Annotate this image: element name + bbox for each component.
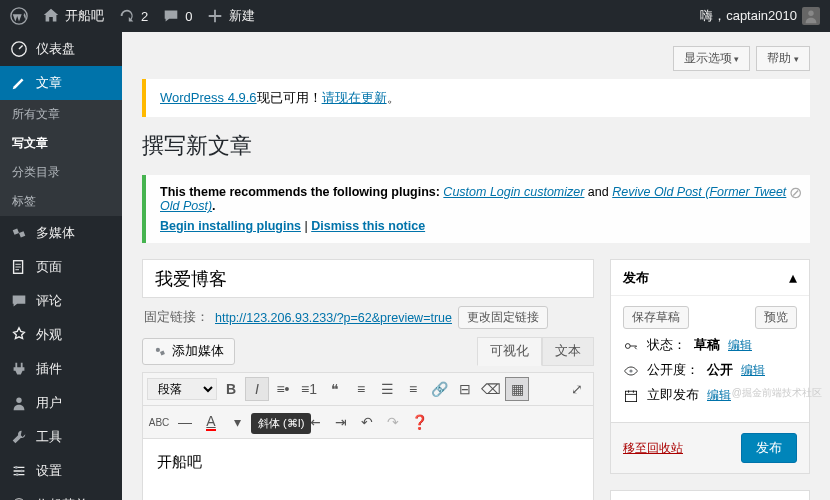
- bullet-list-icon[interactable]: ≡•: [271, 377, 295, 401]
- align-center-icon[interactable]: ☰: [375, 377, 399, 401]
- menu-collapse[interactable]: 收起菜单: [0, 488, 122, 500]
- preview-btn[interactable]: 预览: [755, 306, 797, 329]
- screen-options-btn[interactable]: 显示选项: [673, 46, 751, 71]
- align-left-icon[interactable]: ≡: [349, 377, 373, 401]
- post-title-input[interactable]: [142, 259, 594, 298]
- indent-icon[interactable]: ⇥: [329, 410, 353, 434]
- edit-schedule-link[interactable]: 编辑: [707, 387, 731, 404]
- italic-icon[interactable]: I: [245, 377, 269, 401]
- new-label: 新建: [229, 7, 255, 25]
- submenu-categories[interactable]: 分类目录: [0, 158, 122, 187]
- chevron-up-icon: ▴: [789, 268, 797, 287]
- svg-point-1: [808, 11, 813, 16]
- format-box: 形式▴ 标准 日志 相册 链接: [610, 490, 810, 500]
- more-icon[interactable]: ⊟: [453, 377, 477, 401]
- format-select[interactable]: 段落: [147, 378, 217, 400]
- permalink-label: 固定链接：: [144, 309, 209, 326]
- editor-toolbar: 段落 B I ≡• ≡1 ❝ ≡ ☰ ≡ 🔗 ⊟ ⌫ ▦ ⤢: [142, 372, 594, 406]
- save-draft-btn[interactable]: 保存草稿: [623, 306, 689, 329]
- user-greeting[interactable]: 嗨，captain2010: [700, 7, 820, 25]
- strike-icon[interactable]: ABC: [147, 410, 171, 434]
- link-icon[interactable]: 🔗: [427, 377, 451, 401]
- undo-icon[interactable]: ↶: [355, 410, 379, 434]
- menu-dashboard[interactable]: 仪表盘: [0, 32, 122, 66]
- menu-media[interactable]: 多媒体: [0, 216, 122, 250]
- new-content[interactable]: 新建: [206, 7, 255, 25]
- format-box-toggle[interactable]: 形式▴: [611, 491, 809, 500]
- menu-settings[interactable]: 设置: [0, 454, 122, 488]
- page-title: 撰写新文章: [142, 131, 810, 161]
- dismiss-icon[interactable]: ⊘: [789, 183, 802, 202]
- update-notice: WordPress 4.9.6现已可用！请现在更新。: [142, 79, 810, 117]
- updates-count: 2: [141, 9, 148, 24]
- eye-icon: [623, 363, 639, 379]
- wordpress-logo[interactable]: [10, 7, 28, 25]
- menu-comments[interactable]: 评论: [0, 284, 122, 318]
- menu-plugins[interactable]: 插件: [0, 352, 122, 386]
- clear-format-icon[interactable]: ⌫: [479, 377, 503, 401]
- bold-icon[interactable]: B: [219, 377, 243, 401]
- textcolor-picker-icon[interactable]: ▾: [225, 410, 249, 434]
- italic-tooltip: 斜体 (⌘I): [251, 413, 311, 434]
- help-icon[interactable]: ❓: [407, 410, 431, 434]
- toggle-toolbar-icon[interactable]: ▦: [505, 377, 529, 401]
- svg-point-4: [16, 398, 21, 403]
- edit-visibility-link[interactable]: 编辑: [741, 362, 765, 379]
- publish-box-toggle[interactable]: 发布▴: [611, 260, 809, 296]
- svg-point-5: [15, 466, 18, 469]
- menu-tools[interactable]: 工具: [0, 420, 122, 454]
- plugin-link-1[interactable]: Custom Login customizer: [443, 185, 584, 199]
- svg-point-10: [625, 343, 630, 348]
- help-btn[interactable]: 帮助: [756, 46, 810, 71]
- menu-appearance[interactable]: 外观: [0, 318, 122, 352]
- comments-link[interactable]: 0: [162, 7, 192, 25]
- redo-icon[interactable]: ↷: [381, 410, 405, 434]
- edit-status-link[interactable]: 编辑: [728, 337, 752, 354]
- dismiss-notice-link[interactable]: Dismiss this notice: [311, 219, 425, 233]
- home-link[interactable]: 开船吧: [42, 7, 104, 25]
- update-now-link[interactable]: 请现在更新: [322, 90, 387, 105]
- watermark: @掘金前端技术社区: [732, 386, 822, 400]
- edit-permalink-btn[interactable]: 更改固定链接: [458, 306, 548, 329]
- menu-users[interactable]: 用户: [0, 386, 122, 420]
- trash-link[interactable]: 移至回收站: [623, 440, 683, 457]
- quote-icon[interactable]: ❝: [323, 377, 347, 401]
- comments-count: 0: [185, 9, 192, 24]
- submenu-all-posts[interactable]: 所有文章: [0, 100, 122, 129]
- key-icon: [623, 338, 639, 354]
- calendar-icon: [623, 388, 639, 404]
- svg-point-11: [629, 369, 632, 372]
- submenu-new-post[interactable]: 写文章: [0, 129, 122, 158]
- posts-submenu: 所有文章 写文章 分类目录 标签: [0, 100, 122, 216]
- wp-version-link[interactable]: WordPress 4.9.6: [160, 90, 257, 105]
- hr-icon[interactable]: —: [173, 410, 197, 434]
- svg-point-7: [16, 473, 19, 476]
- begin-install-link[interactable]: Begin installing plugins: [160, 219, 301, 233]
- site-name: 开船吧: [65, 7, 104, 25]
- updates-link[interactable]: 2: [118, 7, 148, 25]
- plugin-notice: ⊘ This theme recommends the following pl…: [142, 175, 810, 243]
- menu-pages[interactable]: 页面: [0, 250, 122, 284]
- svg-rect-12: [625, 391, 636, 401]
- permalink-url[interactable]: http://123.206.93.233/?p=62&preview=true: [215, 311, 452, 325]
- editor-toolbar-2: ABC — A ▾ 📋 Ω ⇤ ⇥ ↶ ↷ ❓: [142, 406, 594, 439]
- tab-visual[interactable]: 可视化: [477, 337, 542, 366]
- editor-content[interactable]: 斜体 (⌘I) 开船吧: [142, 439, 594, 500]
- svg-point-6: [20, 470, 23, 473]
- fullscreen-icon[interactable]: ⤢: [565, 377, 589, 401]
- admin-sidebar: 仪表盘 文章 所有文章 写文章 分类目录 标签 多媒体 页面 评论 外观 插件 …: [0, 32, 122, 500]
- add-media-btn[interactable]: 添加媒体: [142, 338, 235, 365]
- align-right-icon[interactable]: ≡: [401, 377, 425, 401]
- tab-text[interactable]: 文本: [542, 337, 594, 366]
- submenu-tags[interactable]: 标签: [0, 187, 122, 216]
- publish-btn[interactable]: 发布: [741, 433, 797, 463]
- menu-posts[interactable]: 文章: [0, 66, 122, 100]
- publish-box: 发布▴ 保存草稿 预览 状态： 草稿 编辑 公开度： 公开 编辑 立即发布 编辑…: [610, 259, 810, 474]
- number-list-icon[interactable]: ≡1: [297, 377, 321, 401]
- svg-point-9: [156, 347, 160, 351]
- textcolor-icon[interactable]: A: [199, 410, 223, 434]
